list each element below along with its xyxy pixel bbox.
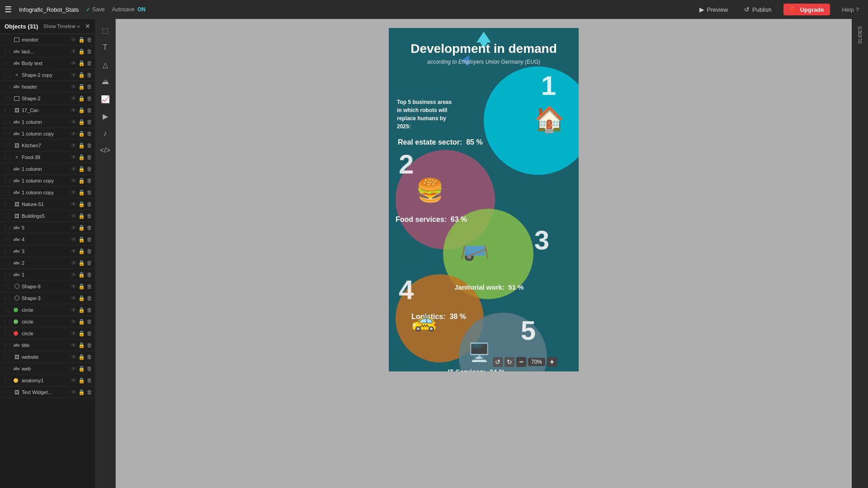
delete-icon[interactable]: 🗑: [87, 260, 92, 266]
delete-icon[interactable]: 🗑: [87, 248, 92, 254]
lock-icon[interactable]: 🔒: [78, 95, 85, 102]
list-item[interactable]: ⋮⋮ monitor 👁 🔒 🗑: [0, 34, 95, 46]
list-item[interactable]: ⋮⋮ Shape-2 👁 🔒 🗑: [0, 93, 95, 104]
visibility-icon[interactable]: 👁: [71, 131, 76, 137]
list-item[interactable]: ⋮⋮ Shape-9 👁 🔒 🗑: [0, 281, 95, 292]
lock-icon[interactable]: 🔒: [78, 260, 85, 266]
lock-icon[interactable]: 🔒: [78, 213, 85, 219]
visibility-icon[interactable]: 👁: [71, 377, 76, 384]
visibility-icon[interactable]: 👁: [71, 213, 76, 219]
visibility-icon[interactable]: 👁: [71, 354, 76, 360]
list-item[interactable]: ⋮⋮ 🖼 Text Widget... 👁 🔒 🗑: [0, 386, 95, 398]
list-item[interactable]: ⋮⋮ abc 1 column 👁 🔒 🗑: [0, 163, 95, 175]
visibility-icon[interactable]: 👁: [71, 166, 76, 172]
list-item[interactable]: ⋮⋮ abc 4 👁 🔒 🗑: [0, 234, 95, 245]
list-item[interactable]: ⋮⋮ abc 5 👁 🔒 🗑: [0, 222, 95, 234]
visibility-icon[interactable]: 👁: [71, 37, 76, 43]
delete-icon[interactable]: 🗑: [87, 60, 92, 66]
delete-icon[interactable]: 🗑: [87, 107, 92, 113]
list-item[interactable]: ⋮⋮ Shape-3 👁 🔒 🗑: [0, 292, 95, 304]
lock-icon[interactable]: 🔒: [78, 201, 85, 207]
image-tool[interactable]: ⛰: [98, 74, 113, 89]
lock-icon[interactable]: 🔒: [78, 84, 85, 90]
show-timeline-button[interactable]: Show Timeline »: [43, 23, 80, 29]
visibility-icon[interactable]: 👁: [71, 60, 76, 66]
lock-icon[interactable]: 🔒: [78, 319, 85, 325]
list-item[interactable]: ⋮⋮ circle 👁 🔒 🗑: [0, 316, 95, 328]
visibility-icon[interactable]: 👁: [71, 72, 76, 78]
list-item[interactable]: ⋮⋮ 🖼 website 👁 🔒 🗑: [0, 351, 95, 363]
delete-icon[interactable]: 🗑: [87, 366, 92, 372]
list-item[interactable]: ⋮⋮ ≡ Food-39 👁 🔒 🗑: [0, 151, 95, 163]
visibility-icon[interactable]: 👁: [71, 260, 76, 266]
list-item[interactable]: ⋮⋮ abc 1 column copy 👁 🔒 🗑: [0, 175, 95, 187]
visibility-icon[interactable]: 👁: [71, 225, 76, 231]
lock-icon[interactable]: 🔒: [78, 366, 85, 372]
delete-icon[interactable]: 🗑: [87, 201, 92, 207]
lock-icon[interactable]: 🔒: [78, 295, 85, 301]
delete-icon[interactable]: 🗑: [87, 142, 92, 149]
delete-icon[interactable]: 🗑: [87, 189, 92, 196]
visibility-icon[interactable]: 👁: [71, 389, 76, 395]
lock-icon[interactable]: 🔒: [78, 178, 85, 184]
lock-icon[interactable]: 🔒: [78, 119, 85, 125]
list-item[interactable]: ⋮⋮ abc laut... 👁 🔒 🗑: [0, 46, 95, 57]
rotate-left-button[interactable]: ↺: [493, 357, 503, 367]
delete-icon[interactable]: 🗑: [87, 236, 92, 243]
lock-icon[interactable]: 🔒: [78, 354, 85, 360]
delete-icon[interactable]: 🗑: [87, 119, 92, 125]
list-item[interactable]: ⋮⋮ abc 1 👁 🔒 🗑: [0, 269, 95, 281]
list-item[interactable]: ⋮⋮ 🖼 Buildings5 👁 🔒 🗑: [0, 210, 95, 222]
list-item[interactable]: ⋮⋮ abc 2 👁 🔒 🗑: [0, 257, 95, 269]
lock-icon[interactable]: 🔒: [78, 48, 85, 55]
delete-icon[interactable]: 🗑: [87, 295, 92, 301]
lock-icon[interactable]: 🔒: [78, 154, 85, 160]
visibility-icon[interactable]: 👁: [71, 142, 76, 149]
save-button[interactable]: ✓ Save: [86, 6, 104, 13]
close-panel-button[interactable]: ✕: [85, 23, 90, 30]
text-tool[interactable]: T: [98, 40, 113, 55]
lock-icon[interactable]: 🔒: [78, 225, 85, 231]
chart-tool[interactable]: 📈: [98, 91, 113, 107]
zoom-minus-button[interactable]: −: [516, 357, 526, 367]
list-item[interactable]: ⋮⋮ abc 1 column copy 👁 🔒 🗑: [0, 128, 95, 140]
lock-icon[interactable]: 🔒: [78, 272, 85, 278]
lock-icon[interactable]: 🔒: [78, 377, 85, 384]
list-item[interactable]: ⋮⋮ anatomy1 👁 🔒 🗑: [0, 375, 95, 386]
list-item[interactable]: ⋮⋮ ≡ Shape-2 copy 👁 🔒 🗑: [0, 69, 95, 81]
lock-icon[interactable]: 🔒: [78, 37, 85, 43]
list-item[interactable]: ⋮⋮ abc 3 👁 🔒 🗑: [0, 245, 95, 257]
list-item[interactable]: ⋮⋮ abc Body text 👁 🔒 🗑: [0, 57, 95, 69]
delete-icon[interactable]: 🗑: [87, 131, 92, 137]
delete-icon[interactable]: 🗑: [87, 154, 92, 160]
delete-icon[interactable]: 🗑: [87, 342, 92, 348]
list-item[interactable]: ⋮⋮ abc 1 column 👁 🔒 🗑: [0, 116, 95, 128]
lock-icon[interactable]: 🔒: [78, 307, 85, 313]
list-item[interactable]: ⋮⋮ abc title 👁 🔒 🗑: [0, 339, 95, 351]
music-tool[interactable]: ♪: [98, 126, 113, 141]
visibility-icon[interactable]: 👁: [71, 178, 76, 184]
list-item[interactable]: ⋮⋮ 🖼 17_Car- 👁 🔒 🗑: [0, 104, 95, 116]
visibility-icon[interactable]: 👁: [71, 95, 76, 102]
delete-icon[interactable]: 🗑: [87, 37, 92, 43]
list-item[interactable]: ⋮⋮ 🖼 Kitchen7 👁 🔒 🗑: [0, 140, 95, 151]
lock-icon[interactable]: 🔒: [78, 142, 85, 149]
slides-label[interactable]: SLIDES: [857, 26, 863, 44]
delete-icon[interactable]: 🗑: [87, 48, 92, 55]
delete-icon[interactable]: 🗑: [87, 225, 92, 231]
lock-icon[interactable]: 🔒: [78, 131, 85, 137]
code-tool[interactable]: </>: [98, 143, 113, 158]
lock-icon[interactable]: 🔒: [78, 107, 85, 113]
delete-icon[interactable]: 🗑: [87, 377, 92, 384]
lock-icon[interactable]: 🔒: [78, 72, 85, 78]
delete-icon[interactable]: 🗑: [87, 166, 92, 172]
visibility-icon[interactable]: 👁: [71, 319, 76, 325]
visibility-icon[interactable]: 👁: [71, 366, 76, 372]
lock-icon[interactable]: 🔒: [78, 236, 85, 243]
list-item[interactable]: ⋮⋮ abc 1 column copy 👁 🔒 🗑: [0, 187, 95, 198]
list-item[interactable]: ⋮⋮ abc header 👁 🔒 🗑: [0, 81, 95, 93]
play-tool[interactable]: ▶: [98, 108, 113, 124]
delete-icon[interactable]: 🗑: [87, 84, 92, 90]
delete-icon[interactable]: 🗑: [87, 319, 92, 325]
lock-icon[interactable]: 🔒: [78, 248, 85, 254]
